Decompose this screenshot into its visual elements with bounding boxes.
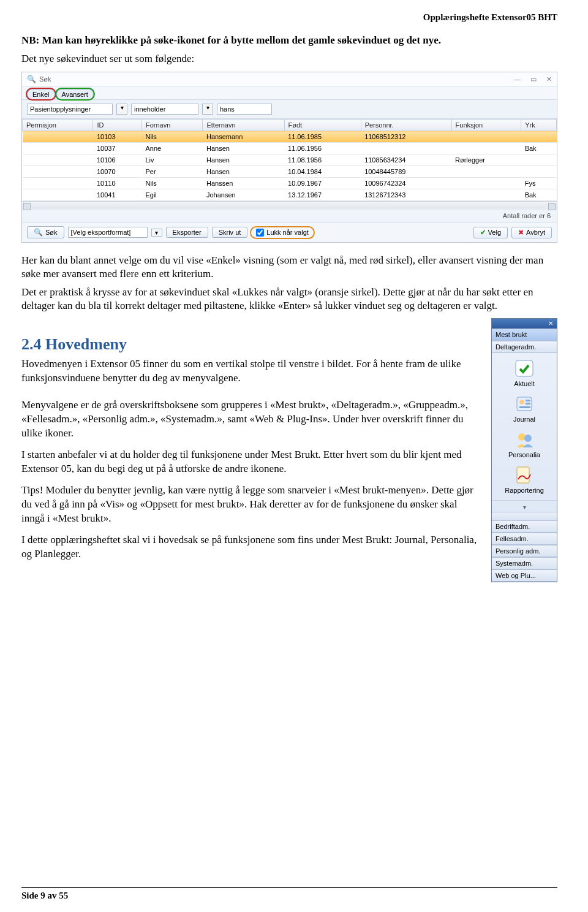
menu-header-felles[interactable]: Fellesadm. bbox=[492, 533, 557, 545]
menu-header-system[interactable]: Systemadm. bbox=[492, 557, 557, 569]
col-permisjon[interactable]: Permisjon bbox=[23, 120, 93, 131]
chevron-down-icon[interactable]: ▾ bbox=[523, 504, 526, 511]
select-button[interactable]: ✔Velg bbox=[473, 227, 508, 238]
print-button[interactable]: Skriv ut bbox=[212, 227, 248, 238]
filter-field-select[interactable] bbox=[27, 104, 113, 115]
dropdown-icon[interactable]: ▾ bbox=[202, 104, 213, 115]
doc-title: Opplæringshefte Extensor05 BHT bbox=[21, 12, 557, 23]
horizontal-scrollbar[interactable] bbox=[22, 201, 557, 210]
paragraph: I dette opplæringsheftet skal vi i hoved… bbox=[21, 533, 480, 561]
svg-rect-0 bbox=[516, 360, 533, 376]
filter-value-input[interactable] bbox=[217, 104, 272, 115]
tab-avansert[interactable]: Avansert bbox=[56, 89, 94, 99]
svg-point-6 bbox=[518, 433, 526, 441]
menu-header-mest-brukt[interactable]: Mest brukt bbox=[492, 329, 557, 341]
menu-handle[interactable]: ✕ bbox=[492, 319, 557, 329]
checkbox-input[interactable] bbox=[256, 229, 264, 237]
table-row[interactable]: 10041EgilJohansen13.12.196713126712343Ba… bbox=[23, 189, 557, 201]
search-icon: 🔍 bbox=[27, 75, 36, 83]
close-icon[interactable]: ✕ bbox=[546, 75, 552, 83]
filter-operator-select[interactable] bbox=[131, 104, 198, 115]
table-row[interactable]: 10110NilsHanssen10.09.196710096742324Fys bbox=[23, 178, 557, 189]
minimize-icon[interactable]: — bbox=[514, 75, 521, 83]
menu-header-web[interactable]: Web og Plu... bbox=[492, 569, 557, 582]
col-yrk[interactable]: Yrk bbox=[521, 120, 557, 131]
svg-point-2 bbox=[519, 400, 524, 405]
svg-rect-8 bbox=[517, 467, 529, 483]
col-fodt[interactable]: Født bbox=[284, 120, 361, 131]
x-icon: ✖ bbox=[518, 229, 524, 237]
note-paragraph: NB: Man kan høyreklikke på søke-ikonet f… bbox=[21, 34, 557, 47]
col-etternavn[interactable]: Etternavn bbox=[203, 120, 284, 131]
table-row[interactable]: 10037AnneHansen11.06.1956Bak bbox=[23, 143, 557, 154]
menu-item-personalia[interactable]: Personalia bbox=[492, 427, 557, 462]
rapportering-icon bbox=[513, 465, 535, 485]
search-button[interactable]: 🔍Søk bbox=[27, 226, 64, 238]
aktuelt-icon bbox=[513, 358, 535, 379]
intro-line: Det nye søkevinduet ser ut som følgende: bbox=[21, 52, 557, 66]
search-window: 🔍 Søk — ▭ ✕ Enkel Avansert ▾ ▾ Permisjon… bbox=[21, 72, 557, 243]
paragraph: Her kan du blant annet velge om du vil v… bbox=[21, 254, 557, 281]
tab-enkel[interactable]: Enkel bbox=[27, 89, 55, 99]
window-title: Søk bbox=[39, 75, 51, 83]
results-table: Permisjon ID Fornavn Etternavn Født Pers… bbox=[22, 119, 557, 201]
col-personnr[interactable]: Personnr. bbox=[361, 120, 451, 131]
page-number: Side 9 av 55 bbox=[21, 891, 68, 900]
dropdown-icon[interactable]: ▾ bbox=[116, 104, 127, 115]
menu-header-deltager[interactable]: Deltageradm. bbox=[492, 341, 557, 353]
col-funksjon[interactable]: Funksjon bbox=[451, 120, 521, 131]
svg-rect-4 bbox=[526, 403, 530, 405]
table-row[interactable]: 10070PerHansen10.04.198410048445789 bbox=[23, 166, 557, 178]
main-menu-sidebar: ✕ Mest brukt Deltageradm. Aktuelt Journa… bbox=[491, 318, 557, 582]
personalia-icon bbox=[513, 429, 535, 450]
close-icon[interactable]: ✕ bbox=[546, 320, 556, 327]
col-fornavn[interactable]: Fornavn bbox=[141, 120, 203, 131]
paragraph: Hovedmenyen i Extensor 05 finner du som … bbox=[21, 357, 480, 386]
window-title-bar: 🔍 Søk — ▭ ✕ bbox=[22, 72, 557, 86]
journal-icon bbox=[513, 393, 535, 414]
export-format-select[interactable] bbox=[68, 227, 148, 238]
menu-item-rapportering[interactable]: Rapportering bbox=[492, 462, 557, 498]
export-button[interactable]: Eksporter bbox=[166, 227, 208, 238]
menu-header-personlig[interactable]: Personlig adm. bbox=[492, 545, 557, 557]
row-count-label: Antall rader er 6 bbox=[22, 210, 557, 222]
menu-divider bbox=[492, 512, 557, 520]
svg-point-7 bbox=[524, 435, 532, 442]
section-2-4-title: 2.4 Hovedmeny bbox=[21, 335, 480, 354]
paragraph: I starten anbefaler vi at du holder deg … bbox=[21, 448, 480, 476]
check-icon: ✔ bbox=[480, 229, 486, 237]
svg-rect-3 bbox=[526, 400, 530, 401]
col-id[interactable]: ID bbox=[93, 120, 141, 131]
cancel-button[interactable]: ✖Avbryt bbox=[511, 227, 552, 238]
svg-rect-5 bbox=[519, 406, 530, 408]
close-on-select-checkbox[interactable]: Lukk når valgt bbox=[251, 227, 313, 238]
table-row[interactable]: 10103 Nils Hansemann 11.06.1985 11068512… bbox=[23, 131, 557, 143]
menu-header-bedrift[interactable]: Bedriftadm. bbox=[492, 520, 557, 533]
dropdown-icon[interactable]: ▾ bbox=[151, 229, 162, 237]
table-row[interactable]: 10106LivHansen11.08.195611085634234Rørle… bbox=[23, 154, 557, 166]
menu-item-journal[interactable]: Journal bbox=[492, 391, 557, 427]
paragraph: Tips! Moduler du benytter jevnlig, kan v… bbox=[21, 484, 480, 526]
search-icon: 🔍 bbox=[34, 228, 43, 237]
menu-item-aktuelt[interactable]: Aktuelt bbox=[492, 355, 557, 391]
table-header-row: Permisjon ID Fornavn Etternavn Født Pers… bbox=[23, 120, 557, 131]
maximize-icon[interactable]: ▭ bbox=[530, 75, 537, 83]
paragraph: Menyvalgene er de grå overskriftsboksene… bbox=[21, 398, 480, 441]
page-footer: Side 9 av 55 bbox=[21, 887, 557, 901]
paragraph: Det er praktisk å krysse av for at søkev… bbox=[21, 286, 557, 313]
